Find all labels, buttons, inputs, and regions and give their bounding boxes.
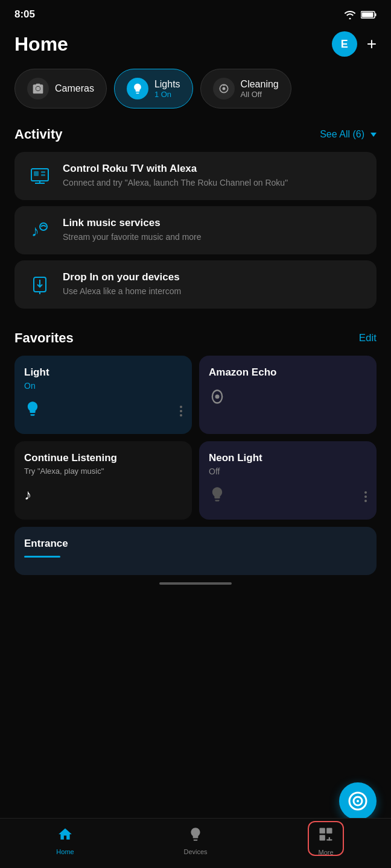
home-indicator-container	[0, 580, 391, 590]
avatar-button[interactable]: E	[332, 31, 357, 57]
cleaning-icon	[213, 78, 235, 99]
dropin-icon	[27, 271, 53, 298]
svg-rect-12	[41, 174, 45, 176]
alexa-fab[interactable]	[339, 782, 377, 820]
roku-title: Control Roku TV with Alexa	[63, 163, 364, 175]
category-lights[interactable]: Lights 1 On	[114, 69, 193, 108]
category-cleaning[interactable]: Cleaning All Off	[200, 69, 291, 108]
activity-title: Activity	[14, 127, 62, 142]
fav-card-echo[interactable]: Amazon Echo	[199, 356, 377, 434]
svg-rect-2	[375, 13, 377, 16]
home-nav-icon	[57, 826, 73, 846]
activity-list: Control Roku TV with Alexa Connect and t…	[0, 152, 391, 309]
activity-item-dropin[interactable]: Drop In on your devices Use Alexa like a…	[14, 260, 377, 309]
wifi-icon	[344, 10, 356, 19]
light-name: Light	[24, 366, 182, 379]
svg-rect-26	[326, 839, 332, 840]
nav-more[interactable]: More	[261, 826, 391, 856]
activity-section-header: Activity See All (6)	[0, 127, 391, 152]
svg-rect-10	[34, 171, 39, 176]
music-note-icon: ♪	[24, 486, 31, 503]
edit-favorites-button[interactable]: Edit	[359, 332, 377, 344]
music-services-icon: ♪	[27, 217, 53, 244]
listening-status: Try "Alexa, play music"	[24, 467, 182, 477]
light-status: On	[24, 381, 182, 391]
see-all-label: See All (6)	[320, 129, 364, 140]
lights-icon	[127, 78, 148, 99]
more-nav-icon	[317, 826, 334, 846]
favorites-title: Favorites	[14, 330, 74, 346]
cleaning-sublabel: All Off	[241, 90, 279, 99]
fav-card-light[interactable]: Light On	[14, 356, 192, 434]
bottom-nav: Home Devices More	[0, 818, 391, 868]
see-all-button[interactable]: See All (6)	[320, 129, 377, 140]
nav-devices[interactable]: Devices	[130, 826, 261, 855]
cameras-icon	[27, 78, 49, 99]
favorites-section-header: Favorites Edit	[0, 330, 391, 356]
activity-item-music[interactable]: ♪ Link music services Stream your favori…	[14, 206, 377, 254]
category-cameras[interactable]: Cameras	[14, 69, 107, 108]
svg-point-6	[223, 84, 224, 86]
status-bar: 8:05	[0, 0, 391, 25]
devices-nav-label: Devices	[183, 848, 207, 855]
dropin-desc: Use Alexa like a home intercom	[63, 286, 364, 298]
svg-text:♪: ♪	[31, 222, 39, 240]
neon-status: Off	[209, 467, 367, 476]
svg-rect-23	[326, 828, 332, 834]
nav-home[interactable]: Home	[0, 826, 130, 855]
music-desc: Stream your favorite music and more	[63, 231, 364, 244]
status-icons	[344, 10, 377, 19]
categories-row: Cameras Lights 1 On Cleaning All Off	[0, 69, 391, 127]
entrance-name: Entrance	[24, 538, 367, 550]
roku-desc: Connect and try "Alexa, launch The Roku …	[63, 177, 364, 189]
svg-rect-24	[320, 835, 325, 840]
neon-menu-dots[interactable]	[364, 491, 367, 502]
light-bulb-on-icon	[24, 400, 41, 421]
fav-card-entrance[interactable]: Entrance	[14, 527, 377, 575]
listening-name: Continue Listening	[24, 452, 182, 464]
tv-icon	[27, 163, 53, 189]
header: Home E +	[0, 25, 391, 69]
page-title: Home	[14, 33, 68, 55]
favorites-grid: Light On Amazon Echo Co	[0, 356, 391, 520]
svg-point-5	[222, 87, 225, 90]
svg-point-14	[40, 223, 47, 230]
svg-point-18	[215, 395, 220, 399]
neon-bulb-off-icon	[209, 486, 226, 507]
dropin-title: Drop In on your devices	[63, 271, 364, 283]
devices-nav-icon	[188, 826, 203, 846]
light-menu-dots[interactable]	[180, 406, 182, 417]
svg-rect-11	[41, 171, 45, 173]
chevron-down-icon	[370, 133, 377, 137]
cameras-label: Cameras	[55, 83, 94, 94]
header-actions: E +	[332, 31, 377, 57]
music-title: Link music services	[63, 217, 364, 229]
status-time: 8:05	[14, 8, 35, 20]
fav-card-neon[interactable]: Neon Light Off	[199, 441, 377, 520]
add-button[interactable]: +	[367, 36, 377, 52]
lights-label: Lights	[154, 79, 180, 90]
neon-name: Neon Light	[209, 452, 367, 464]
cleaning-label: Cleaning	[241, 79, 279, 90]
entrance-underline	[24, 556, 60, 558]
svg-point-21	[357, 800, 359, 802]
lights-sublabel: 1 On	[154, 90, 180, 99]
svg-point-3	[36, 87, 40, 91]
svg-rect-1	[362, 12, 374, 17]
echo-name: Amazon Echo	[209, 366, 367, 379]
echo-device-icon	[209, 388, 226, 409]
activity-item-roku[interactable]: Control Roku TV with Alexa Connect and t…	[14, 152, 377, 200]
fav-card-listening[interactable]: Continue Listening Try "Alexa, play musi…	[14, 441, 192, 520]
home-indicator	[159, 582, 232, 585]
more-nav-label: More	[318, 849, 333, 856]
svg-rect-22	[320, 828, 325, 834]
battery-icon	[361, 11, 377, 19]
home-nav-label: Home	[56, 848, 74, 855]
